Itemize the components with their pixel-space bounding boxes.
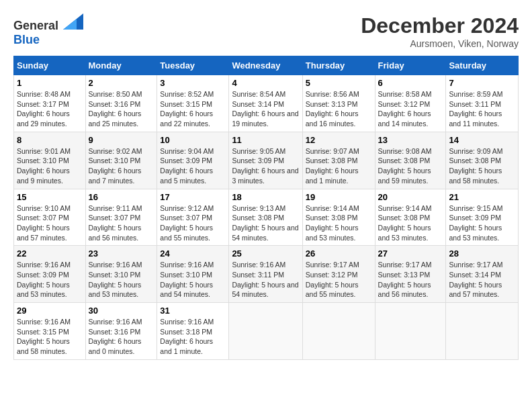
day-info: Sunrise: 9:15 AMSunset: 3:09 PMDaylight:… [449, 204, 502, 242]
calendar-week-5: 29Sunrise: 9:16 AMSunset: 3:15 PMDayligh… [14, 303, 519, 360]
page-header: General Blue December 2024 Aursmoen, Vik… [13, 13, 519, 49]
day-number: 4 [232, 78, 299, 88]
calendar-week-1: 1Sunrise: 8:48 AMSunset: 3:17 PMDaylight… [14, 75, 519, 132]
calendar-week-2: 8Sunrise: 9:01 AMSunset: 3:10 PMDaylight… [14, 132, 519, 189]
logo: General Blue [13, 13, 83, 47]
calendar-cell: 21Sunrise: 9:15 AMSunset: 3:09 PMDayligh… [446, 189, 519, 246]
day-info: Sunrise: 8:59 AMSunset: 3:11 PMDaylight:… [449, 90, 502, 128]
day-number: 21 [449, 192, 515, 202]
calendar-cell: 7Sunrise: 8:59 AMSunset: 3:11 PMDaylight… [446, 75, 519, 132]
day-info: Sunrise: 9:09 AMSunset: 3:08 PMDaylight:… [449, 147, 502, 185]
calendar-cell: 12Sunrise: 9:07 AMSunset: 3:08 PMDayligh… [302, 132, 375, 189]
day-info: Sunrise: 9:14 AMSunset: 3:08 PMDaylight:… [306, 204, 359, 242]
calendar-cell: 9Sunrise: 9:02 AMSunset: 3:10 PMDaylight… [85, 132, 157, 189]
calendar-cell [375, 303, 446, 360]
day-number: 29 [17, 306, 83, 316]
calendar-cell: 29Sunrise: 9:16 AMSunset: 3:15 PMDayligh… [14, 303, 86, 360]
day-info: Sunrise: 9:16 AMSunset: 3:16 PMDaylight:… [89, 318, 142, 355]
calendar-cell: 23Sunrise: 9:16 AMSunset: 3:10 PMDayligh… [85, 246, 157, 303]
day-info: Sunrise: 9:08 AMSunset: 3:08 PMDaylight:… [378, 147, 432, 185]
day-info: Sunrise: 9:11 AMSunset: 3:07 PMDaylight:… [89, 204, 142, 242]
day-number: 10 [160, 135, 226, 145]
day-number: 2 [89, 78, 154, 88]
day-number: 13 [378, 135, 443, 145]
calendar-cell: 4Sunrise: 8:54 AMSunset: 3:14 PMDaylight… [229, 75, 302, 132]
day-number: 26 [306, 248, 372, 259]
calendar-cell: 16Sunrise: 9:11 AMSunset: 3:07 PMDayligh… [85, 189, 157, 246]
calendar-cell: 6Sunrise: 8:58 AMSunset: 3:12 PMDaylight… [375, 75, 446, 132]
day-info: Sunrise: 8:48 AMSunset: 3:17 PMDaylight:… [17, 90, 71, 128]
day-info: Sunrise: 9:13 AMSunset: 3:08 PMDaylight:… [232, 204, 298, 242]
day-info: Sunrise: 8:58 AMSunset: 3:12 PMDaylight:… [378, 90, 432, 128]
day-number: 5 [306, 78, 372, 88]
weekday-header-friday: Friday [375, 56, 446, 75]
day-info: Sunrise: 9:16 AMSunset: 3:18 PMDaylight:… [160, 318, 214, 355]
calendar-header: SundayMondayTuesdayWednesdayThursdayFrid… [14, 56, 519, 75]
calendar-cell: 25Sunrise: 9:16 AMSunset: 3:11 PMDayligh… [229, 246, 302, 303]
day-number: 25 [232, 248, 299, 259]
day-info: Sunrise: 8:54 AMSunset: 3:14 PMDaylight:… [232, 90, 298, 128]
day-number: 3 [160, 78, 226, 88]
day-info: Sunrise: 9:17 AMSunset: 3:12 PMDaylight:… [306, 261, 359, 298]
calendar-week-3: 15Sunrise: 9:10 AMSunset: 3:07 PMDayligh… [14, 189, 519, 246]
day-number: 30 [89, 306, 154, 316]
calendar-cell: 14Sunrise: 9:09 AMSunset: 3:08 PMDayligh… [446, 132, 519, 189]
day-info: Sunrise: 8:52 AMSunset: 3:15 PMDaylight:… [160, 90, 214, 128]
calendar-cell: 2Sunrise: 8:50 AMSunset: 3:16 PMDaylight… [85, 75, 157, 132]
day-number: 19 [306, 192, 372, 202]
day-info: Sunrise: 9:17 AMSunset: 3:14 PMDaylight:… [449, 261, 502, 298]
day-info: Sunrise: 9:17 AMSunset: 3:13 PMDaylight:… [378, 261, 432, 298]
day-info: Sunrise: 9:12 AMSunset: 3:07 PMDaylight:… [160, 204, 214, 242]
day-info: Sunrise: 9:05 AMSunset: 3:09 PMDaylight:… [232, 147, 298, 185]
calendar-cell: 8Sunrise: 9:01 AMSunset: 3:10 PMDaylight… [14, 132, 86, 189]
weekday-header-tuesday: Tuesday [157, 56, 229, 75]
calendar-cell: 1Sunrise: 8:48 AMSunset: 3:17 PMDaylight… [14, 75, 86, 132]
day-info: Sunrise: 9:16 AMSunset: 3:15 PMDaylight:… [17, 318, 71, 355]
day-number: 20 [378, 192, 443, 202]
day-info: Sunrise: 9:10 AMSunset: 3:07 PMDaylight:… [17, 204, 71, 242]
calendar-cell: 28Sunrise: 9:17 AMSunset: 3:14 PMDayligh… [446, 246, 519, 303]
day-number: 24 [160, 248, 226, 259]
day-number: 27 [378, 248, 443, 259]
day-info: Sunrise: 9:04 AMSunset: 3:09 PMDaylight:… [160, 147, 214, 185]
calendar-cell: 30Sunrise: 9:16 AMSunset: 3:16 PMDayligh… [85, 303, 157, 360]
day-number: 1 [17, 78, 83, 88]
location-title: Aursmoen, Viken, Norway [361, 38, 519, 49]
day-number: 16 [89, 192, 154, 202]
day-info: Sunrise: 9:02 AMSunset: 3:10 PMDaylight:… [89, 147, 142, 185]
day-info: Sunrise: 9:16 AMSunset: 3:10 PMDaylight:… [160, 261, 214, 298]
logo-text: General Blue [13, 13, 83, 47]
calendar-cell: 20Sunrise: 9:14 AMSunset: 3:08 PMDayligh… [375, 189, 446, 246]
day-info: Sunrise: 9:16 AMSunset: 3:09 PMDaylight:… [17, 261, 71, 298]
calendar-cell: 22Sunrise: 9:16 AMSunset: 3:09 PMDayligh… [14, 246, 86, 303]
calendar-week-4: 22Sunrise: 9:16 AMSunset: 3:09 PMDayligh… [14, 246, 519, 303]
weekday-header-wednesday: Wednesday [229, 56, 302, 75]
calendar-cell: 11Sunrise: 9:05 AMSunset: 3:09 PMDayligh… [229, 132, 302, 189]
calendar-cell: 3Sunrise: 8:52 AMSunset: 3:15 PMDaylight… [157, 75, 229, 132]
calendar-cell: 17Sunrise: 9:12 AMSunset: 3:07 PMDayligh… [157, 189, 229, 246]
calendar-cell: 5Sunrise: 8:56 AMSunset: 3:13 PMDaylight… [302, 75, 375, 132]
day-number: 14 [449, 135, 515, 145]
month-title: December 2024 [361, 13, 519, 38]
calendar-cell: 24Sunrise: 9:16 AMSunset: 3:10 PMDayligh… [157, 246, 229, 303]
day-number: 22 [17, 248, 83, 259]
day-number: 23 [89, 248, 154, 259]
calendar-cell: 10Sunrise: 9:04 AMSunset: 3:09 PMDayligh… [157, 132, 229, 189]
day-number: 6 [378, 78, 443, 88]
day-number: 18 [232, 192, 299, 202]
weekday-header-thursday: Thursday [302, 56, 375, 75]
weekday-header-sunday: Sunday [14, 56, 86, 75]
calendar-cell: 31Sunrise: 9:16 AMSunset: 3:18 PMDayligh… [157, 303, 229, 360]
day-number: 9 [89, 135, 154, 145]
day-number: 31 [160, 306, 226, 316]
day-info: Sunrise: 9:16 AMSunset: 3:11 PMDaylight:… [232, 261, 298, 298]
day-number: 7 [449, 78, 515, 88]
calendar-cell: 19Sunrise: 9:14 AMSunset: 3:08 PMDayligh… [302, 189, 375, 246]
day-number: 8 [17, 135, 83, 145]
svg-marker-1 [63, 19, 77, 30]
calendar-cell: 27Sunrise: 9:17 AMSunset: 3:13 PMDayligh… [375, 246, 446, 303]
calendar-cell [446, 303, 519, 360]
day-info: Sunrise: 8:56 AMSunset: 3:13 PMDaylight:… [306, 90, 359, 128]
title-block: December 2024 Aursmoen, Viken, Norway [361, 13, 519, 49]
calendar-cell: 15Sunrise: 9:10 AMSunset: 3:07 PMDayligh… [14, 189, 86, 246]
